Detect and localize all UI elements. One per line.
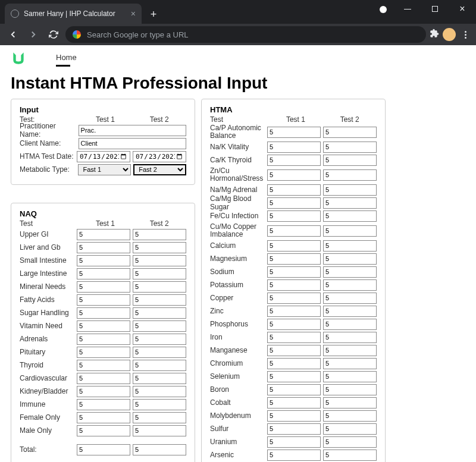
naq-test2-input[interactable]: [133, 294, 186, 306]
htma-test2-input[interactable]: [323, 184, 377, 196]
date1-input[interactable]: [77, 151, 130, 162]
address-bar[interactable]: Search Google or type a URL: [65, 26, 426, 43]
htma-test1-input[interactable]: [267, 240, 321, 252]
nav-home[interactable]: Home: [56, 53, 77, 63]
htma-test1-input[interactable]: [267, 266, 321, 278]
metabolic2-select[interactable]: Fast 2: [133, 164, 186, 175]
date2-input[interactable]: [133, 151, 186, 162]
htma-test1-input[interactable]: [267, 197, 321, 209]
naq-test1-input[interactable]: [77, 268, 130, 279]
htma-test2-input[interactable]: [323, 358, 377, 369]
practitioner-input[interactable]: [79, 125, 186, 136]
htma-test2-input[interactable]: [323, 225, 377, 237]
minimize-button[interactable]: [394, 0, 421, 18]
htma-test2-input[interactable]: [323, 293, 377, 304]
browser-tab[interactable]: Samer Hany | IHP Calculator ×: [5, 4, 142, 24]
close-tab-icon[interactable]: ×: [131, 9, 136, 18]
htma-test2-input[interactable]: [323, 436, 377, 448]
htma-test1-input[interactable]: [267, 293, 321, 304]
page-viewport[interactable]: Home Instant HTMA Professional Input Inp…: [0, 45, 476, 462]
naq-test1-input[interactable]: [77, 281, 130, 293]
naq-test1-input[interactable]: [77, 334, 130, 345]
htma-test2-input[interactable]: [323, 410, 377, 422]
naq-test1-input[interactable]: [77, 307, 130, 319]
htma-test1-input[interactable]: [267, 371, 321, 382]
back-button[interactable]: [5, 26, 21, 43]
naq-test1-input[interactable]: [77, 399, 130, 410]
naq-test1-input[interactable]: [77, 373, 130, 384]
htma-test2-input[interactable]: [323, 306, 377, 317]
naq-total2-input[interactable]: [133, 444, 186, 455]
htma-test1-input[interactable]: [267, 155, 321, 166]
htma-test2-input[interactable]: [323, 332, 377, 343]
maximize-button[interactable]: [421, 0, 449, 18]
naq-test1-input[interactable]: [77, 386, 130, 397]
browser-menu-icon[interactable]: [459, 31, 471, 39]
naq-test1-input[interactable]: [77, 360, 130, 371]
naq-test1-input[interactable]: [77, 242, 130, 253]
new-tab-button[interactable]: +: [145, 6, 162, 23]
client-input[interactable]: [79, 138, 186, 149]
naq-test2-input[interactable]: [133, 229, 186, 240]
htma-test1-input[interactable]: [267, 184, 321, 196]
naq-test2-input[interactable]: [133, 255, 186, 266]
htma-test2-input[interactable]: [323, 253, 377, 265]
htma-test2-input[interactable]: [323, 384, 377, 395]
htma-test2-input[interactable]: [323, 169, 377, 181]
htma-test1-input[interactable]: [267, 142, 321, 153]
htma-test1-input[interactable]: [267, 450, 321, 461]
naq-test2-input[interactable]: [133, 268, 186, 279]
htma-test2-input[interactable]: [323, 279, 377, 291]
htma-test1-input[interactable]: [267, 210, 321, 222]
htma-test1-input[interactable]: [267, 436, 321, 448]
htma-test2-input[interactable]: [323, 210, 377, 222]
metabolic1-select[interactable]: Fast 1: [78, 164, 131, 175]
naq-test2-input[interactable]: [133, 386, 186, 397]
naq-test2-input[interactable]: [133, 320, 186, 332]
htma-test2-input[interactable]: [323, 240, 377, 252]
naq-test2-input[interactable]: [133, 412, 186, 423]
naq-test2-input[interactable]: [133, 373, 186, 384]
htma-test1-input[interactable]: [267, 225, 321, 237]
htma-test2-input[interactable]: [323, 197, 377, 209]
htma-test2-input[interactable]: [323, 155, 377, 166]
htma-test1-input[interactable]: [267, 397, 321, 408]
reload-button[interactable]: [45, 26, 62, 43]
htma-test1-input[interactable]: [267, 332, 321, 343]
profile-avatar[interactable]: [443, 28, 456, 41]
naq-test1-input[interactable]: [77, 347, 130, 358]
naq-test2-input[interactable]: [133, 347, 186, 358]
naq-test2-input[interactable]: [133, 281, 186, 293]
htma-test1-input[interactable]: [267, 319, 321, 330]
htma-test2-input[interactable]: [323, 423, 377, 435]
naq-test2-input[interactable]: [133, 425, 186, 436]
htma-test1-input[interactable]: [267, 306, 321, 317]
extensions-icon[interactable]: [430, 29, 439, 40]
naq-total1-input[interactable]: [77, 444, 130, 455]
htma-test2-input[interactable]: [323, 319, 377, 330]
close-window-button[interactable]: ×: [449, 0, 476, 18]
forward-button[interactable]: [25, 26, 42, 43]
naq-test2-input[interactable]: [133, 307, 186, 319]
htma-test2-input[interactable]: [323, 345, 377, 356]
htma-test1-input[interactable]: [267, 345, 321, 356]
naq-test2-input[interactable]: [133, 360, 186, 371]
htma-test1-input[interactable]: [267, 279, 321, 291]
htma-test1-input[interactable]: [267, 384, 321, 395]
htma-test1-input[interactable]: [267, 423, 321, 435]
htma-test1-input[interactable]: [267, 253, 321, 265]
naq-test1-input[interactable]: [77, 320, 130, 332]
naq-test2-input[interactable]: [133, 399, 186, 410]
naq-test1-input[interactable]: [77, 229, 130, 240]
htma-test2-input[interactable]: [323, 142, 377, 153]
htma-test2-input[interactable]: [323, 371, 377, 382]
naq-test1-input[interactable]: [77, 412, 130, 423]
naq-test2-input[interactable]: [133, 334, 186, 345]
naq-test1-input[interactable]: [77, 425, 130, 436]
htma-test1-input[interactable]: [267, 127, 321, 138]
htma-test1-input[interactable]: [267, 410, 321, 422]
naq-test2-input[interactable]: [133, 242, 186, 253]
htma-test1-input[interactable]: [267, 169, 321, 181]
naq-test1-input[interactable]: [77, 294, 130, 306]
htma-test2-input[interactable]: [323, 397, 377, 408]
